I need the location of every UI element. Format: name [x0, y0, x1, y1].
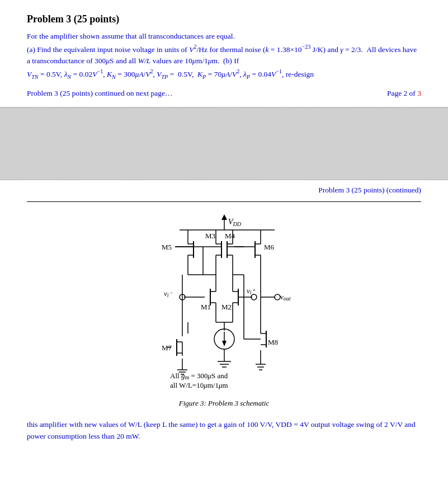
M1-label: M1 — [201, 303, 211, 311]
M2-label: M2 — [221, 303, 232, 311]
svg-marker-54 — [222, 341, 227, 346]
page-break-gap — [0, 107, 448, 180]
problem-text: For the amplifier shown assume that all … — [27, 31, 421, 81]
M7-label: M7 — [162, 344, 172, 352]
M6-label: M6 — [264, 243, 275, 251]
problem-title: Problem 3 (25 points) — [27, 13, 421, 25]
top-section: Problem 3 (25 points) For the amplifier … — [0, 0, 448, 107]
page: Problem 3 (25 points) For the amplifier … — [0, 0, 448, 503]
circuit-diagram: VDD — [135, 213, 314, 392]
vdd-label: VDD — [228, 218, 242, 227]
M3-label: M3 — [205, 232, 215, 240]
header-right-text: Problem 3 (25 points) (continued) — [318, 186, 421, 195]
M8-label: M8 — [268, 338, 278, 346]
params-line: VTN = 0.5V, λN = 0.02V−1, KN = 300μA/V2,… — [27, 67, 421, 81]
circuit-svg-wrapper: VDD — [135, 213, 314, 394]
part-a-line: (a) Find the equivalent input noise volt… — [27, 43, 421, 67]
page-footer-top: Problem 3 (25 points) continued on next … — [27, 89, 421, 98]
vout-label: vout — [280, 293, 291, 302]
bottom-text: this amplifier with new values of W/L (k… — [27, 419, 421, 443]
vi-neg-label: vi⁻ — [164, 289, 173, 298]
figure-caption: Figure 3: Problem 3 schematic — [179, 399, 270, 408]
vi-pos-label: vi⁺ — [247, 286, 256, 295]
page-number: Page 2 of 3 — [387, 89, 421, 98]
svg-point-82 — [275, 294, 280, 300]
intro-line: For the amplifier shown assume that all … — [27, 31, 421, 43]
footer-continued: Problem 3 (25 points) continued on next … — [27, 89, 173, 98]
bottom-section: Problem 3 (25 points) (continued) VDD — [0, 180, 448, 456]
svg-marker-1 — [221, 214, 227, 220]
M4-label: M4 — [225, 232, 235, 240]
circuit-container: VDD — [27, 213, 421, 408]
M5-label: M5 — [162, 243, 172, 251]
wl-label: all W/L=10μm/1μm — [170, 381, 228, 389]
page-header-bottom: Problem 3 (25 points) (continued) — [27, 180, 421, 202]
gm-label: All gm = 300μS and — [170, 372, 228, 380]
